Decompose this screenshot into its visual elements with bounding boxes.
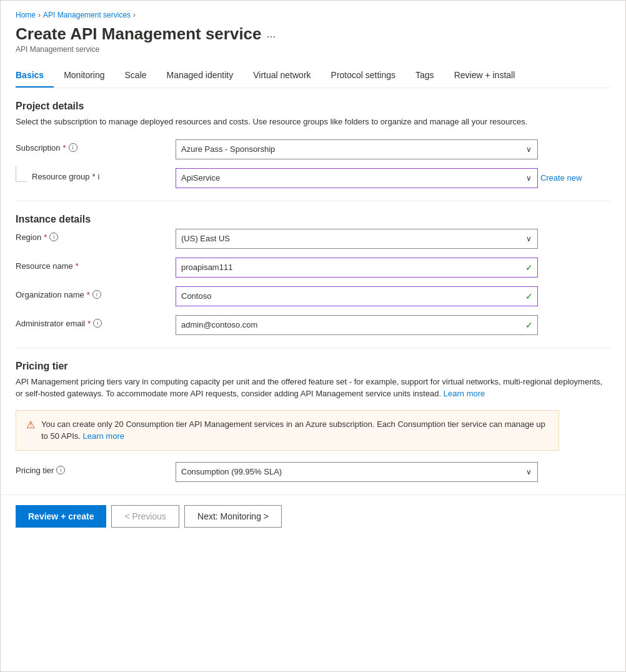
- pricing-tier-select[interactable]: Consumption (99.95% SLA): [176, 462, 538, 482]
- pricing-tier-label: Pricing tier i: [16, 462, 166, 475]
- subscription-control: Azure Pass - Sponsorship: [176, 139, 610, 159]
- region-row: Region * i (US) East US: [16, 229, 610, 249]
- breadcrumb-home[interactable]: Home: [16, 11, 36, 19]
- region-select[interactable]: (US) East US: [176, 229, 538, 249]
- resource-name-input-wrap: ✓: [176, 258, 538, 278]
- resource-name-input[interactable]: [176, 258, 538, 278]
- admin-email-input-wrap: ✓: [176, 315, 538, 335]
- subscription-info-icon[interactable]: i: [69, 143, 77, 152]
- review-create-button[interactable]: Review + create: [16, 505, 106, 528]
- indent-line: [16, 166, 27, 182]
- pricing-tier-info-icon[interactable]: i: [56, 466, 65, 474]
- resource-name-check-icon: ✓: [525, 263, 533, 273]
- pricing-tier-section: Pricing tier API Management pricing tier…: [16, 361, 610, 482]
- organization-name-check-icon: ✓: [525, 291, 533, 301]
- project-details-title: Project details: [16, 101, 610, 112]
- resource-name-required: *: [76, 261, 79, 271]
- organization-name-input-wrap: ✓: [176, 286, 538, 306]
- tab-monitoring[interactable]: Monitoring: [54, 64, 114, 88]
- subscription-select-wrapper: Azure Pass - Sponsorship: [176, 139, 538, 159]
- subscription-required: *: [63, 143, 66, 153]
- tab-review-install[interactable]: Review + install: [444, 64, 525, 88]
- resource-name-row: Resource name * ✓: [16, 258, 610, 278]
- subscription-label: Subscription * i: [16, 139, 166, 153]
- region-label: Region * i: [16, 229, 166, 242]
- subscription-row: Subscription * i Azure Pass - Sponsorshi…: [16, 139, 610, 159]
- organization-name-label: Organization name * i: [16, 286, 166, 299]
- breadcrumb-sep2: ›: [133, 11, 136, 19]
- breadcrumb-sep1: ›: [38, 11, 41, 19]
- pricing-tier-row: Pricing tier i Consumption (99.95% SLA): [16, 462, 610, 482]
- instance-details-title: Instance details: [16, 214, 610, 225]
- subscription-select[interactable]: Azure Pass - Sponsorship: [176, 139, 538, 159]
- region-info-icon[interactable]: i: [49, 233, 58, 241]
- tab-managed-identity[interactable]: Managed identity: [157, 64, 244, 88]
- footer-bar: Review + create < Previous Next: Monitor…: [1, 494, 625, 538]
- warning-text: You can create only 20 Consumption tier …: [41, 418, 549, 443]
- divider-1: [16, 201, 610, 201]
- tab-scale[interactable]: Scale: [115, 64, 157, 88]
- next-button[interactable]: Next: Monitoring >: [184, 505, 282, 528]
- region-control: (US) East US: [176, 229, 610, 249]
- organization-name-input[interactable]: [176, 286, 538, 306]
- warning-learn-more-link[interactable]: Learn more: [83, 431, 124, 441]
- organization-name-info-icon[interactable]: i: [92, 290, 101, 299]
- admin-email-label: Administrator email * i: [16, 315, 166, 328]
- resource-group-select-wrapper: ApiService: [176, 168, 538, 188]
- resource-group-label: Resource group * i: [16, 168, 166, 182]
- resource-group-row: Resource group * i ApiService Create new: [16, 168, 610, 188]
- admin-email-row: Administrator email * i ✓: [16, 315, 610, 335]
- page-title-row: Create API Management service ...: [16, 24, 610, 44]
- breadcrumb: Home › API Management services ›: [16, 11, 610, 19]
- tab-tags[interactable]: Tags: [405, 64, 444, 88]
- page-subtitle: API Management service: [16, 45, 610, 54]
- admin-email-required: *: [87, 319, 91, 328]
- page-title: Create API Management service: [16, 24, 262, 44]
- create-new-link[interactable]: Create new: [540, 173, 582, 183]
- warning-icon: ⚠: [26, 419, 35, 431]
- warning-box: ⚠ You can create only 20 Consumption tie…: [16, 410, 559, 451]
- resource-name-control: ✓: [176, 258, 610, 278]
- previous-button[interactable]: < Previous: [111, 505, 179, 528]
- resource-group-select[interactable]: ApiService: [176, 168, 538, 188]
- pricing-tier-control: Consumption (99.95% SLA): [176, 462, 610, 482]
- pricing-tier-select-wrapper: Consumption (99.95% SLA): [176, 462, 538, 482]
- resource-group-control: ApiService Create new: [176, 168, 610, 188]
- pricing-learn-more-link[interactable]: Learn more: [444, 389, 485, 398]
- instance-details-section: Instance details Region * i (US) East US: [16, 214, 610, 335]
- region-select-wrapper: (US) East US: [176, 229, 538, 249]
- page-title-ellipsis[interactable]: ...: [267, 28, 276, 41]
- pricing-tier-title: Pricing tier: [16, 361, 610, 372]
- resource-name-label: Resource name *: [16, 258, 166, 271]
- organization-name-required: *: [87, 290, 90, 299]
- organization-name-control: ✓: [176, 286, 610, 306]
- project-details-section: Project details Select the subscription …: [16, 101, 610, 188]
- tab-basics[interactable]: Basics: [16, 64, 54, 88]
- resource-group-info-icon[interactable]: i: [98, 172, 100, 181]
- admin-email-check-icon: ✓: [525, 320, 533, 330]
- resource-group-required: *: [92, 172, 96, 181]
- organization-name-row: Organization name * i ✓: [16, 286, 610, 306]
- admin-email-input[interactable]: [176, 315, 538, 335]
- admin-email-info-icon[interactable]: i: [93, 319, 102, 328]
- breadcrumb-services[interactable]: API Management services: [43, 11, 131, 19]
- divider-2: [16, 348, 610, 348]
- admin-email-control: ✓: [176, 315, 610, 335]
- pricing-tier-desc: API Management pricing tiers vary in com…: [16, 376, 610, 400]
- tab-virtual-network[interactable]: Virtual network: [243, 64, 320, 88]
- tab-protocol-settings[interactable]: Protocol settings: [321, 64, 406, 88]
- project-details-desc: Select the subscription to manage deploy…: [16, 116, 610, 128]
- tabs-bar: Basics Monitoring Scale Managed identity…: [16, 64, 610, 88]
- region-required: *: [44, 233, 47, 242]
